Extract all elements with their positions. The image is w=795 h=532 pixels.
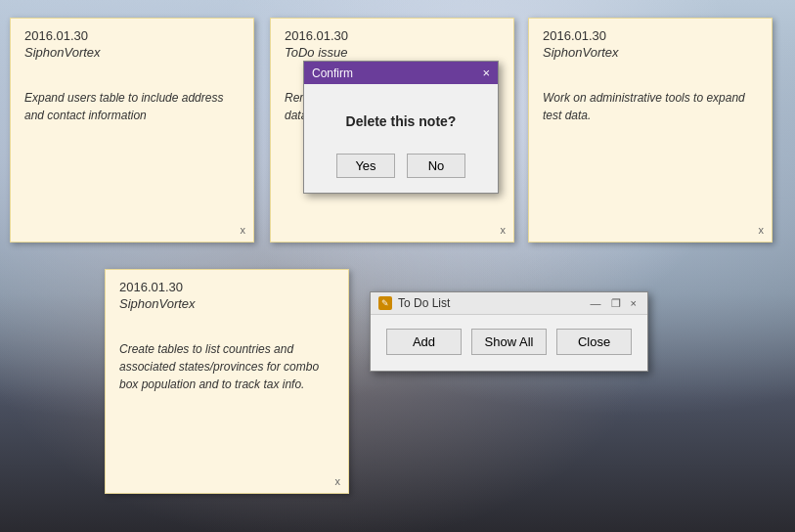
- note-3-body: Work on administrative tools to expand t…: [543, 89, 758, 124]
- note-4-close[interactable]: x: [335, 475, 341, 487]
- sticky-note-4: 2016.01.30 SiphonVortex Create tables to…: [105, 269, 349, 494]
- confirm-titlebar: Confirm ×: [304, 62, 498, 84]
- todo-icon: ✎: [378, 296, 392, 310]
- todo-titlebar-left: ✎ To Do List: [378, 296, 450, 310]
- sticky-note-3: 2016.01.30 SiphonVortex Work on administ…: [528, 18, 773, 243]
- note-3-date: 2016.01.30: [543, 28, 758, 43]
- note-4-body: Create tables to list countries and asso…: [119, 340, 334, 393]
- todo-restore-button[interactable]: ❐: [608, 297, 624, 310]
- note-4-date: 2016.01.30: [119, 280, 334, 294]
- confirm-no-button[interactable]: No: [407, 154, 465, 178]
- note-2-close[interactable]: x: [501, 224, 507, 236]
- note-4-title: SiphonVortex: [119, 296, 334, 311]
- note-1-title: SiphonVortex: [24, 45, 240, 60]
- note-3-title: SiphonVortex: [543, 45, 758, 60]
- confirm-dialog: Confirm × Delete this note? Yes No: [303, 61, 499, 194]
- note-1-close[interactable]: x: [241, 224, 246, 236]
- todo-titlebar: ✎ To Do List — ❐ ×: [371, 292, 647, 315]
- confirm-message: Delete this note?: [324, 113, 478, 129]
- todo-close-button[interactable]: ×: [628, 297, 640, 310]
- todo-minimize-button[interactable]: —: [588, 297, 604, 310]
- todo-body: Add Show All Close: [371, 315, 647, 371]
- confirm-title: Confirm: [312, 66, 353, 80]
- todo-add-button[interactable]: Add: [386, 329, 462, 355]
- confirm-close-button[interactable]: ×: [482, 66, 490, 80]
- note-3-close[interactable]: x: [759, 224, 765, 236]
- note-2-title: ToDo issue: [285, 45, 500, 60]
- note-2-date: 2016.01.30: [285, 28, 500, 43]
- sticky-note-1: 2016.01.30 SiphonVortex Expand users tab…: [10, 18, 254, 243]
- todo-window: ✎ To Do List — ❐ × Add Show All Close: [370, 291, 648, 372]
- todo-title: To Do List: [398, 296, 450, 310]
- confirm-yes-button[interactable]: Yes: [336, 154, 395, 178]
- note-1-body: Expand users table to include address an…: [24, 89, 240, 124]
- note-1-date: 2016.01.30: [24, 28, 240, 43]
- todo-show-all-button[interactable]: Show All: [471, 329, 547, 355]
- todo-titlebar-controls: — ❐ ×: [588, 297, 640, 310]
- confirm-body: Delete this note? Yes No: [304, 84, 498, 193]
- todo-close-window-button[interactable]: Close: [556, 329, 632, 355]
- confirm-buttons: Yes No: [324, 154, 478, 178]
